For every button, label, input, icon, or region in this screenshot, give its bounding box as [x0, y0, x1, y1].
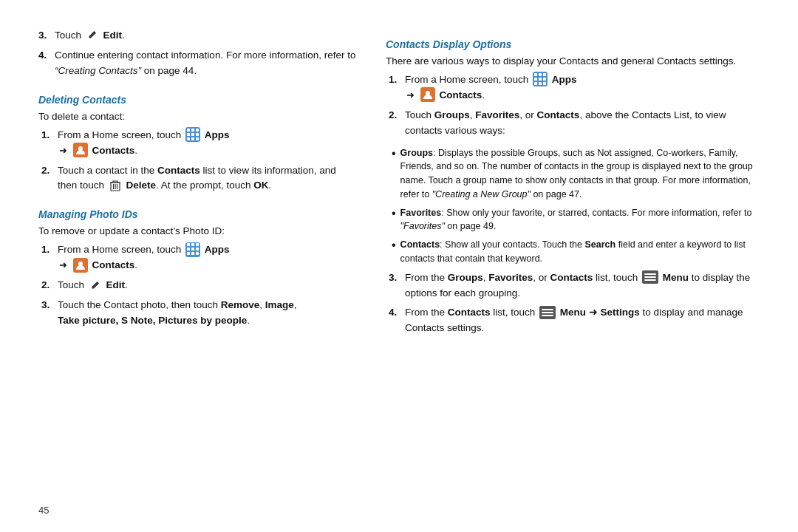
favorites-label: Favorites	[488, 272, 533, 283]
favorites-label: Favorites	[475, 109, 519, 120]
contacts-icon	[73, 143, 88, 157]
intro-step-4: 4. Continue entering contact information…	[38, 48, 356, 79]
step-content: From the Contacts list, touch Menu ➜ Set…	[405, 305, 760, 336]
contacts-label: Contacts	[440, 89, 482, 100]
favorites-term: Favorites	[400, 208, 442, 218]
bullet-content: Groups: Displays the possible Groups, su…	[400, 146, 760, 202]
deleting-step-1: 1. From a Home screen, touch Apps ➜	[41, 128, 356, 159]
step-text-rest: on page 44.	[144, 65, 197, 76]
step-content: Touch the Contact photo, then touch Remo…	[58, 298, 356, 329]
deleting-intro: To delete a contact:	[38, 109, 356, 125]
menu-icon	[539, 306, 556, 319]
contacts-label: Contacts	[92, 145, 135, 156]
italic-text: “Creating Contacts”	[55, 65, 141, 76]
step-content: Touch Edit.	[55, 28, 356, 44]
deleting-step-2: 2. Touch a contact in the Contacts list …	[41, 163, 356, 194]
step-content: Touch a contact in the Contacts list to …	[58, 163, 356, 194]
step-content: Touch Groups, Favorites, or Contacts, ab…	[405, 108, 760, 139]
menu-label: Menu	[560, 307, 586, 318]
italic-ref: "Favorites"	[400, 221, 445, 231]
options-label: Take picture, S Note, Pictures by people	[58, 315, 247, 326]
menu-icon	[642, 270, 658, 284]
bullet-groups: • Groups: Displays the possible Groups, …	[392, 146, 760, 202]
section-heading-deleting: Deleting Contacts	[38, 94, 356, 106]
italic-ref: "Creating a New Group"	[432, 189, 531, 200]
image-label: Image	[265, 299, 294, 310]
step-number: 3.	[41, 298, 58, 313]
step-number: 1.	[389, 72, 405, 88]
edit-label: Edit	[106, 279, 126, 290]
photo-step-2: 2. Touch Edit.	[41, 278, 356, 293]
step-number: 2.	[389, 108, 405, 123]
step-content: Continue entering contact information. F…	[55, 48, 356, 79]
contacts-label: Contacts	[537, 109, 580, 120]
photo-step-3: 3. Touch the Contact photo, then touch R…	[41, 298, 356, 329]
step-number: 2.	[41, 278, 58, 293]
arrow: ➜	[59, 259, 67, 270]
groups-label: Groups	[434, 109, 470, 120]
step-content: From a Home screen, touch Apps ➜	[405, 72, 760, 103]
display-step-2: 2. Touch Groups, Favorites, or Contacts,…	[389, 108, 760, 139]
apps-label: Apps	[205, 129, 230, 140]
step-content: From a Home screen, touch Apps ➜	[58, 128, 356, 159]
display-step-3: 3. From the Groups, Favorites, or Contac…	[389, 270, 760, 301]
bullet-content: Favorites: Show only your favorite, or s…	[400, 206, 760, 234]
groups-label: Groups	[448, 272, 483, 283]
edit-label: Edit	[103, 30, 123, 41]
left-column: 3. Touch Edit. 4. Continue entering cont…	[38, 28, 356, 504]
bullet-content: Contacts: Show all your contacts. Touch …	[400, 238, 760, 266]
edit-icon	[86, 28, 99, 41]
apps-label: Apps	[205, 244, 230, 255]
contacts-label: Contacts	[550, 272, 593, 283]
search-term: Search	[585, 239, 616, 250]
apps-label: Apps	[552, 74, 577, 85]
contacts-label: Contacts	[448, 307, 491, 318]
section-heading-display: Contacts Display Options	[386, 38, 760, 50]
photo-step-1: 1. From a Home screen, touch Apps ➜	[41, 242, 356, 273]
step-content: From a Home screen, touch Apps ➜	[58, 242, 356, 273]
contacts-term: Contacts	[400, 239, 440, 250]
apps-icon	[185, 242, 200, 257]
page-number: 45	[38, 505, 49, 516]
step-content: From the Groups, Favorites, or Contacts …	[405, 270, 760, 301]
step-number: 4.	[389, 305, 405, 321]
bullet-favorites: • Favorites: Show only your favorite, or…	[392, 206, 760, 234]
contacts-icon	[73, 258, 88, 273]
arrow: ➜	[406, 89, 415, 100]
groups-term: Groups	[400, 148, 433, 158]
photo-intro: To remove or update a contact’s Photo ID…	[38, 224, 356, 239]
display-intro: There are various ways to display your C…	[386, 54, 760, 69]
arrow: ➜	[59, 145, 67, 156]
apps-icon	[533, 72, 548, 86]
display-step-4: 4. From the Contacts list, touch Menu ➜ …	[389, 305, 760, 336]
step-content: Touch Edit.	[58, 278, 356, 293]
step-number: 2.	[41, 163, 58, 179]
step-number: 1.	[41, 242, 58, 258]
settings-label: Settings	[601, 307, 640, 318]
delete-icon	[109, 179, 122, 192]
ok-label: OK	[253, 180, 268, 191]
bullet-contacts: • Contacts: Show all your contacts. Touc…	[392, 238, 760, 266]
contacts-label: Contacts	[92, 259, 135, 270]
menu-label: Menu	[663, 272, 689, 283]
photo-steps: 1. From a Home screen, touch Apps ➜	[41, 242, 356, 333]
display-steps-2: 3. From the Groups, Favorites, or Contac…	[389, 270, 760, 341]
contacts-icon	[420, 87, 435, 102]
deleting-steps: 1. From a Home screen, touch Apps ➜	[41, 128, 356, 199]
bullet-dot: •	[392, 236, 396, 254]
intro-step-3: 3. Touch Edit.	[38, 28, 356, 44]
remove-label: Remove	[221, 299, 260, 310]
right-column: Contacts Display Options There are vario…	[386, 28, 760, 504]
bullet-dot: •	[392, 145, 396, 163]
edit-icon	[89, 279, 102, 292]
bullet-dot: •	[392, 205, 396, 222]
bullet-list: • Groups: Displays the possible Groups, …	[392, 146, 760, 270]
step-number: 3.	[389, 270, 405, 286]
display-steps: 1. From a Home screen, touch Apps ➜	[389, 72, 760, 143]
bold-contacts: Contacts	[157, 165, 200, 176]
step-text: Continue entering contact information. F…	[55, 50, 355, 61]
delete-label: Delete	[126, 180, 157, 191]
step-number: 1.	[41, 128, 58, 143]
display-step-1: 1. From a Home screen, touch Apps ➜	[389, 72, 760, 103]
apps-icon	[185, 127, 200, 142]
